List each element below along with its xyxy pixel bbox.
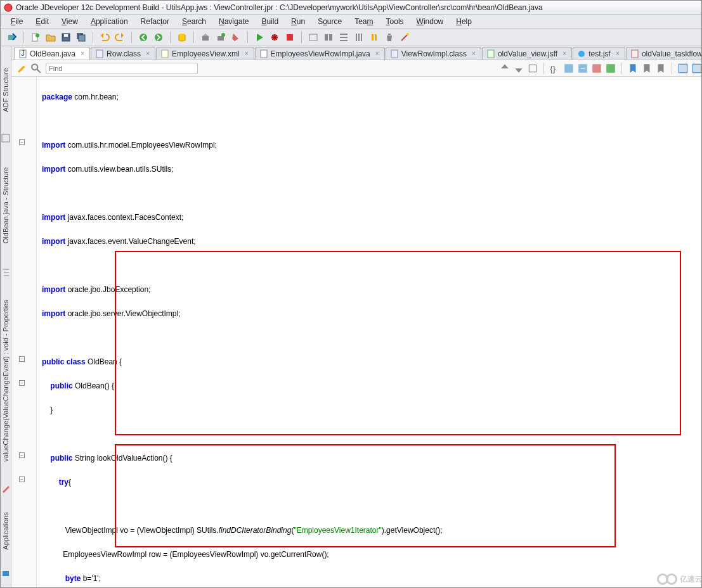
- block2-icon[interactable]: [577, 63, 588, 74]
- tb-misc2-icon[interactable]: [322, 31, 335, 44]
- et-nav3-icon[interactable]: [527, 63, 538, 74]
- rail-properties[interactable]: valueChange(ValueChangeEvent) : void - P…: [1, 279, 11, 482]
- braces-icon[interactable]: {}: [549, 63, 561, 74]
- code-content[interactable]: package com.hr.bean; −import com.utils.h…: [37, 77, 701, 587]
- tb-misc4-icon[interactable]: [353, 31, 365, 44]
- menu-run[interactable]: Run: [285, 16, 311, 27]
- window-title: Oracle JDeveloper 12c Development Build …: [16, 3, 699, 12]
- block4-icon[interactable]: [605, 63, 616, 74]
- tb-misc1-icon[interactable]: [307, 31, 320, 44]
- database-icon[interactable]: [176, 31, 188, 44]
- separator: [170, 32, 171, 43]
- forward-icon[interactable]: [152, 31, 165, 44]
- et-nav1-icon[interactable]: [499, 63, 510, 74]
- menu-team[interactable]: Team: [348, 16, 379, 27]
- menu-help[interactable]: Help: [450, 16, 478, 27]
- fold-icon[interactable]: −: [19, 476, 25, 482]
- close-icon[interactable]: ×: [561, 51, 568, 57]
- menu-window[interactable]: Window: [410, 16, 450, 27]
- search-input[interactable]: [46, 63, 198, 74]
- separator: [131, 32, 132, 43]
- checkout-icon[interactable]: [6, 31, 18, 44]
- rail-adf-structure[interactable]: ADF Structure: [1, 49, 11, 131]
- app-icon: [3, 3, 13, 13]
- view1-icon[interactable]: [677, 63, 689, 74]
- undo-icon[interactable]: [98, 31, 111, 44]
- tab-oldvalue-view[interactable]: oldValue_view.jsff×: [482, 47, 572, 60]
- bookmark-next-icon[interactable]: [641, 63, 653, 74]
- fold-icon[interactable]: −: [19, 380, 25, 386]
- svg-rect-18: [329, 34, 332, 41]
- menu-refactor[interactable]: Refactor: [134, 16, 176, 27]
- bookmark-prev-icon[interactable]: [655, 63, 666, 74]
- rail-file-structure[interactable]: OldBean.java - Structure: [1, 145, 11, 265]
- tb-misc3-icon[interactable]: [337, 31, 350, 44]
- svg-point-3: [36, 34, 39, 37]
- run-icon[interactable]: [253, 31, 266, 44]
- debug-icon[interactable]: [268, 31, 281, 44]
- separator: [301, 32, 302, 43]
- close-icon[interactable]: ×: [244, 51, 250, 57]
- search-icon[interactable]: [30, 63, 42, 74]
- tab-employeesviewrowimpl[interactable]: EmployeesViewRowImpl.java×: [255, 47, 385, 60]
- view2-icon[interactable]: [691, 63, 701, 74]
- close-icon[interactable]: ×: [374, 51, 380, 57]
- menu-edit[interactable]: Edit: [29, 16, 55, 27]
- svg-rect-5: [64, 34, 68, 37]
- save-all-icon[interactable]: [75, 31, 88, 44]
- svg-point-32: [578, 51, 585, 57]
- tab-row[interactable]: Row.class×: [91, 47, 155, 60]
- close-icon[interactable]: ×: [79, 51, 86, 57]
- fold-icon[interactable]: −: [19, 356, 25, 362]
- menu-application[interactable]: Application: [84, 16, 134, 27]
- new-icon[interactable]: [29, 31, 42, 44]
- class-file-icon: [95, 49, 104, 58]
- fold-icon[interactable]: −: [19, 139, 25, 145]
- apps-icon: [1, 568, 10, 577]
- menu-search[interactable]: Search: [176, 16, 212, 27]
- svg-point-0: [4, 4, 12, 11]
- menu-view[interactable]: View: [55, 16, 84, 27]
- close-icon[interactable]: ×: [145, 51, 151, 57]
- wand-icon[interactable]: [398, 31, 411, 44]
- svg-rect-11: [202, 36, 209, 41]
- highlight-icon[interactable]: [16, 63, 28, 74]
- save-icon[interactable]: [60, 31, 72, 44]
- redo-icon[interactable]: [114, 31, 126, 44]
- tab-taskflow[interactable]: oldValue_taskflow: [626, 47, 701, 60]
- gc-icon[interactable]: [383, 31, 396, 44]
- svg-rect-21: [388, 34, 391, 35]
- watermark: 亿速云: [657, 573, 701, 585]
- block1-icon[interactable]: [563, 63, 575, 74]
- tab-test[interactable]: test.jsf×: [573, 47, 625, 60]
- fold-icon[interactable]: −: [19, 452, 25, 458]
- open-icon[interactable]: [44, 31, 57, 44]
- rail-applications[interactable]: Applications: [1, 496, 11, 566]
- tab-oldbean[interactable]: J OldBean.java ×: [14, 47, 90, 60]
- bookmark-icon[interactable]: [627, 63, 639, 74]
- close-icon[interactable]: ×: [471, 51, 477, 57]
- et-nav2-icon[interactable]: [513, 63, 524, 74]
- menu-tools[interactable]: Tools: [380, 16, 410, 27]
- editor-area: J OldBean.java × Row.class× EmployeesVie…: [11, 46, 701, 587]
- stop-icon[interactable]: [283, 31, 296, 44]
- close-icon[interactable]: ×: [614, 51, 621, 57]
- code-editor[interactable]: package com.hr.bean; −import com.utils.h…: [11, 77, 701, 587]
- clean-icon[interactable]: [230, 31, 242, 44]
- menu-file[interactable]: File: [4, 16, 29, 27]
- menu-navigate[interactable]: Navigate: [212, 16, 255, 27]
- svg-rect-15: [287, 34, 293, 41]
- block3-icon[interactable]: [591, 63, 602, 74]
- pause-icon[interactable]: [368, 31, 380, 44]
- props-icon: [1, 485, 10, 494]
- svg-point-13: [221, 33, 225, 37]
- menu-source[interactable]: Source: [311, 16, 348, 27]
- svg-rect-38: [592, 64, 601, 73]
- menu-build[interactable]: Build: [255, 16, 285, 27]
- rebuild-icon[interactable]: [214, 31, 227, 44]
- build-icon[interactable]: [199, 31, 212, 44]
- tab-viewrowimpl[interactable]: ViewRowImpl.class×: [386, 47, 481, 60]
- back-icon[interactable]: [137, 31, 150, 44]
- tab-employeesview[interactable]: EmployeesView.xml×: [156, 47, 254, 60]
- jsff-file-icon: [486, 49, 495, 58]
